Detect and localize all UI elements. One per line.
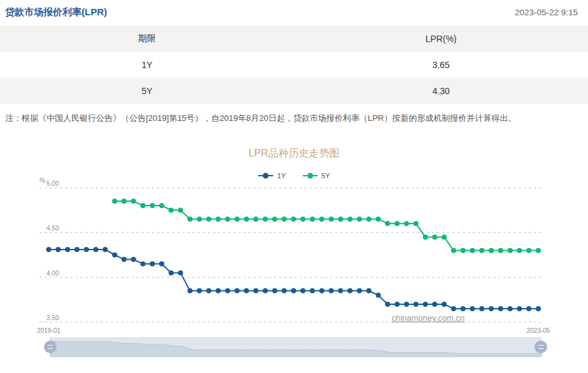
lpr-history-chart: 5.004.504.003.50%2019-012023-05chinamone…: [0, 172, 588, 337]
lpr-rate-table: 期限 LPR(%) 1Y 3.65 5Y 4.30: [0, 25, 588, 104]
svg-text:3.50: 3.50: [47, 314, 59, 321]
grip-icon: [538, 345, 543, 349]
update-timestamp: 2023-05-22 9:15: [515, 8, 578, 17]
term-cell: 1Y: [0, 60, 294, 70]
rate-cell: 4.30: [294, 86, 588, 96]
grip-icon: [48, 345, 53, 349]
svg-text:chinamoney.com.cn: chinamoney.com.cn: [392, 313, 465, 323]
datazoom-slider[interactable]: [50, 337, 541, 356]
svg-text:4.50: 4.50: [47, 225, 59, 232]
datazoom-preview-area: [50, 338, 542, 357]
svg-text:2023-05: 2023-05: [527, 327, 550, 334]
page-header: 贷款市场报价利率(LPR) 2023-05-22 9:15: [0, 0, 588, 24]
svg-text:5.00: 5.00: [47, 180, 59, 187]
column-header-term: 期限: [0, 33, 294, 45]
table-row: 5Y 4.30: [0, 78, 588, 104]
svg-text:%: %: [39, 177, 45, 184]
page-title: 贷款市场报价利率(LPR): [5, 6, 107, 18]
footnote: 注：根据《中国人民银行公告》（公告[2019]第15号），自2019年8月20日…: [5, 113, 585, 124]
svg-text:4.00: 4.00: [47, 270, 59, 277]
table-header-row: 期限 LPR(%): [0, 25, 588, 52]
column-header-lpr: LPR(%): [294, 34, 588, 44]
datazoom-left-handle[interactable]: [44, 341, 57, 353]
term-cell: 5Y: [0, 86, 294, 96]
datazoom-right-handle[interactable]: [534, 341, 547, 353]
chart-title: LPR品种历史走势图: [0, 147, 588, 160]
lpr-page: 贷款市场报价利率(LPR) 2023-05-22 9:15 期限 LPR(%) …: [0, 0, 588, 373]
rate-cell: 3.65: [294, 60, 588, 70]
svg-text:2019-01: 2019-01: [37, 327, 61, 334]
table-row: 1Y 3.65: [0, 52, 588, 78]
